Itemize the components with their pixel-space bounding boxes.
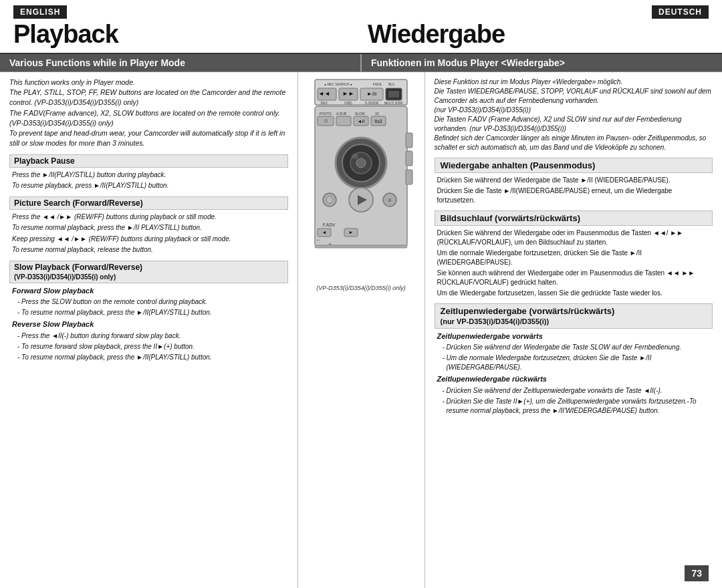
zeitlupenwiedergabe-section: Zeitlupenwiedergabe (vorwärts/rückwärts)… — [435, 303, 713, 416]
playback-pause-title: Playback Pause — [9, 154, 288, 168]
bs-line3: Sie können auch während der Wiedergabe o… — [437, 269, 711, 287]
reverse-slow-label: Reverse Slow Playback — [12, 319, 285, 330]
svg-text:REV: REV — [320, 101, 328, 105]
bs-line2: Um die normale Wiedergabe fortzusetzen, … — [437, 249, 711, 267]
wa-line2: Drücken Sie die Taste ►/II(WIEDERGABE/PA… — [437, 186, 711, 205]
zeitlupenwiedergabe-title: Zeitlupenwiedergabe (vorwärts/rückwärts)… — [435, 303, 713, 329]
forward-slow-label: Forward Slow playback — [12, 286, 285, 297]
playback-pause-section: Playback Pause Press the ►/II(PLAY/STILL… — [9, 154, 288, 191]
ri-line2: Die Tasten WIEDERGABE/PAUSE, STOPP, VORL… — [435, 88, 711, 104]
bildsuchlauf-title: Bildsuchlauf (vorwärts/rückwärts) — [435, 210, 713, 226]
svg-text:⬡: ⬡ — [324, 119, 327, 123]
section-header-right: Funktionen im Modus Player <Wiedergabe> — [360, 54, 722, 71]
wiedergabe-anhalten-body: Drücken Sie während der Wiedergabe die T… — [435, 176, 713, 205]
svg-rect-34 — [406, 151, 412, 166]
zv-fl1: - Drücken Sie während der Wiedergabe die… — [441, 343, 711, 352]
lang-badge-english: ENGLISH — [13, 5, 67, 19]
ps-line4: To resume normal playback, release the b… — [12, 246, 153, 253]
picture-search-section: Picture Search (Forward/Reverse) Press t… — [9, 196, 288, 255]
page-number: 73 — [685, 565, 709, 581]
svg-point-31 — [356, 158, 366, 168]
svg-text:X2: X2 — [375, 112, 379, 116]
zv-rl2: - Drücken Sie die Taste II►(+), um die Z… — [441, 397, 711, 416]
camcorder-illustration: ● REC SEARCH ● FADE BLC ◄◄ ►► ►/II REV F… — [298, 72, 425, 588]
bildsuchlauf-section: Bildsuchlauf (vorwärts/rückwärts) Drücke… — [435, 210, 713, 298]
svg-text:S.SHOW: S.SHOW — [364, 101, 378, 105]
picture-search-body: Press the ◄◄ /►► (REW/FF) buttons during… — [9, 212, 288, 255]
ps-line1: Press the ◄◄ /►► (REW/FF) buttons during… — [12, 213, 217, 220]
svg-text:FADE: FADE — [373, 82, 382, 86]
zeitlupenwiedergabe-body: Zeitlupenwiedergabe vorwärts - Drücken S… — [435, 331, 713, 416]
svg-text:−: − — [316, 237, 320, 243]
svg-text:SLOW: SLOW — [355, 112, 365, 116]
rs-line1: - Press the ◄II(-) button during forward… — [16, 331, 285, 341]
main-title-right: Wiedergabe — [354, 20, 709, 49]
main-title-left: Playback — [13, 20, 354, 49]
svg-text:A.DUB: A.DUB — [336, 112, 347, 116]
svg-text:►: ► — [348, 230, 353, 235]
intro-line-4: To prevent tape and head-drum wear, your… — [9, 129, 285, 147]
bs-line4: Um die Wiedergabe fortzusetzen, lassen S… — [437, 289, 711, 298]
page-container: ENGLISH DEUTSCH Playback Wiedergabe Vari… — [0, 0, 722, 588]
left-intro: This function works only in Player mode.… — [9, 78, 288, 149]
zv-reverse-label: Zeitlupenwiedergabe rückwärts — [437, 374, 711, 384]
ps-line3: Keep pressing ◄◄ /►► (REW/FF) buttons du… — [12, 235, 231, 243]
svg-text:PHOTO: PHOTO — [320, 112, 332, 116]
svg-text:►►: ►► — [342, 90, 354, 97]
left-col: This function works only in Player mode.… — [0, 72, 298, 588]
svg-text:BLC: BLC — [388, 82, 395, 86]
svg-text:FWD: FWD — [344, 101, 352, 105]
svg-text:◄: ◄ — [322, 230, 326, 235]
camcorder-caption: (VP-D353(i)/D354(i)/D355(i) only) — [316, 285, 406, 291]
svg-text:◄II: ◄II — [357, 119, 364, 124]
ri-line3: (nur VP-D353(i)/D354(i)/D355(i)) — [435, 106, 531, 114]
right-intro: Diese Funktion ist nur im Modus Player «… — [435, 78, 713, 152]
intro-line-3: The F.ADV(Frame advance), X2, SLOW butto… — [9, 109, 280, 127]
svg-text:● REC SEARCH ●: ● REC SEARCH ● — [324, 82, 352, 86]
section-header-row: Various Functions while in Player Mode F… — [0, 54, 722, 72]
svg-text:MULTI DISP.: MULTI DISP. — [384, 101, 402, 105]
pp-line2: To resume playback, press ►/II(PLAY/STIL… — [12, 182, 168, 189]
slow-playback-title: Slow Playback (Forward/Reverse) (VP-D353… — [9, 261, 288, 283]
zv-forward-label: Zeitlupenwiedergabe vorwärts — [437, 331, 711, 341]
svg-point-32 — [352, 154, 358, 159]
ri-line1: Diese Funktion ist nur im Modus Player «… — [435, 78, 623, 86]
svg-text:II: II — [388, 198, 391, 202]
ri-line5: Befindet sich der Camcorder länger als e… — [435, 134, 707, 151]
header-row: ENGLISH DEUTSCH — [0, 0, 722, 19]
slow-playback-body: Forward Slow playback - Press the SLOW b… — [9, 286, 288, 363]
wa-line1: Drücken Sie während der Wiedergabe die T… — [437, 176, 711, 185]
content-area: This function works only in Player mode.… — [0, 72, 722, 588]
lang-badge-deutsch: DEUTSCH — [652, 5, 709, 19]
fs-line1: - Press the SLOW button on the remote co… — [16, 297, 285, 307]
svg-rect-35 — [406, 170, 412, 184]
rs-line2: - To resume forward slow playback, press… — [16, 342, 285, 351]
svg-text:◄◄: ◄◄ — [318, 90, 330, 97]
svg-rect-49 — [315, 245, 407, 248]
svg-rect-11 — [388, 91, 399, 98]
svg-rect-23 — [336, 116, 351, 126]
wiedergabe-anhalten-section: Wiedergabe anhalten (Pausenmodus) Drücke… — [435, 158, 713, 205]
ps-line2: To resume normal playback, press the ►/I… — [12, 224, 202, 231]
titles-row: Playback Wiedergabe — [0, 19, 722, 54]
ri-line4: Die Tasten F.ADV (Frame Advance), X2 und… — [435, 116, 682, 132]
playback-pause-body: Press the ►/II(PLAY/STILL) button during… — [9, 170, 288, 191]
wiedergabe-anhalten-title: Wiedergabe anhalten (Pausenmodus) — [435, 158, 713, 173]
svg-text:►/II: ►/II — [366, 91, 376, 97]
fs-line2: - To resume normal playback, press the ►… — [16, 308, 285, 317]
bs-line1: Drücken Sie während der Wiedergabe oder … — [437, 229, 711, 247]
picture-search-title: Picture Search (Forward/Reverse) — [9, 196, 288, 210]
zv-fl2: - Um die normale Wiedergabe fortzusetzen… — [441, 353, 711, 372]
zv-rl1: - Drücken Sie während der Zeitlupenwiede… — [441, 386, 711, 396]
svg-text:IIx2: IIx2 — [374, 119, 382, 124]
bildsuchlauf-body: Drücken Sie während der Wiedergabe oder … — [435, 229, 713, 298]
rs-line3: - To resume normal playback, press the ►… — [16, 353, 285, 362]
intro-line-1: This function works only in Player mode. — [9, 78, 135, 86]
svg-text:F.ADV: F.ADV — [323, 223, 336, 227]
svg-point-39 — [326, 196, 333, 203]
pp-line1: Press the ►/II(PLAY/STILL) button during… — [12, 171, 166, 178]
section-header-left: Various Functions while in Player Mode — [0, 54, 360, 71]
intro-line-2: The PLAY, STILL, STOP, FF, REW buttons a… — [9, 88, 285, 106]
slow-playback-section: Slow Playback (Forward/Reverse) (VP-D353… — [9, 261, 288, 363]
right-col: Diese Funktion ist nur im Modus Player «… — [425, 72, 723, 588]
